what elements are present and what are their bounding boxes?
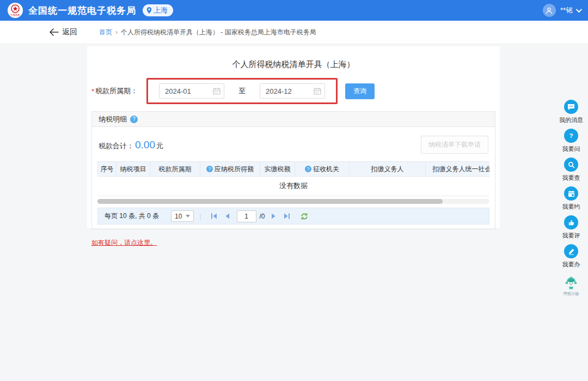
column-header: 实缴税额 <box>260 162 295 177</box>
period-label: 税款所属期： <box>95 86 138 96</box>
svg-text:?: ? <box>569 132 573 139</box>
total-label: 税款合计： <box>99 142 134 150</box>
prev-page-button[interactable] <box>225 213 230 219</box>
divider: | <box>199 213 201 220</box>
mascot-icon <box>564 276 579 291</box>
faq-help-link[interactable]: 如有疑问，请点这里。 <box>91 238 157 247</box>
sidebar-item-messages[interactable]: 我的消息 <box>559 100 583 124</box>
section-header: 纳税明细 <box>92 112 495 127</box>
help-icon[interactable] <box>206 166 213 172</box>
mascot-label: 申税小微 <box>562 291 580 297</box>
page-size-select[interactable]: 10 <box>171 210 194 222</box>
column-header: 扣缴义务人 <box>350 162 426 177</box>
column-header: 征收机关 <box>295 162 350 177</box>
sidebar-item-ask[interactable]: ? 我要问 <box>562 129 580 153</box>
next-page-button[interactable] <box>271 213 276 219</box>
breadcrumb-current: 个人所得税纳税清单开具（上海） - 国家税务总局上海市电子税务局 <box>121 28 316 37</box>
thumbs-up-icon <box>564 215 578 229</box>
user-avatar[interactable] <box>543 4 556 17</box>
tax-mascot[interactable]: 申税小微 <box>562 276 580 297</box>
scrollbar-thumb[interactable] <box>97 199 443 204</box>
breadcrumb-bar: 返回 首页 › 个人所得税纳税清单开具（上海） - 国家税务总局上海市电子税务局 <box>0 21 588 44</box>
back-button[interactable]: 返回 <box>49 27 77 37</box>
location-badge[interactable]: 上海 <box>143 4 173 16</box>
breadcrumb-home-link[interactable]: 首页 <box>99 28 112 37</box>
question-icon: ? <box>564 129 578 143</box>
caret-down-icon <box>186 215 190 217</box>
total-unit: 元 <box>156 142 163 150</box>
page-title: 个人所得税纳税清单开具（上海） <box>87 46 500 70</box>
breadcrumb-separator: › <box>115 28 118 36</box>
tax-logo-icon: 中国税务 <box>8 3 23 18</box>
floating-toolbar: 我的消息 ? 我要问 我要查 我要约 我要评 我要办 <box>555 100 587 297</box>
empty-data-message: 没有数据 <box>97 177 489 196</box>
back-label: 返回 <box>62 27 77 37</box>
total-row: 税款合计：0.00元 纳税清单下载申请 <box>99 136 488 154</box>
pagination-bar: 每页 10 条, 共 0 条 10 | /0 <box>97 208 489 225</box>
calendar-icon[interactable] <box>213 87 220 97</box>
main-panel: 个人所得税纳税清单开具（上海） * 税款所属期： 至 查询 纳税明细 <box>87 46 500 228</box>
app-header: 中国税务 全国统一规范电子税务局 上海 **铭 <box>0 0 588 21</box>
help-icon[interactable] <box>130 116 138 123</box>
column-header: 序号 <box>98 162 117 177</box>
column-header: 扣缴义务人统一社会信用码 <box>426 162 490 177</box>
breadcrumb: 首页 › 个人所得税纳税清单开具（上海） - 国家税务总局上海市电子税务局 <box>99 28 316 37</box>
horizontal-scrollbar[interactable] <box>97 199 489 204</box>
page-number-input[interactable] <box>237 210 256 222</box>
to-label: 至 <box>238 86 246 96</box>
period-highlight-box: 至 <box>146 78 338 104</box>
table-header-row: 序号 纳税项目 税款所属期 应纳税所得额 实缴税额 征收机关 扣缴义务人 扣缴义… <box>98 162 490 177</box>
sidebar-item-handle[interactable]: 我要办 <box>562 244 580 269</box>
sidebar-item-search[interactable]: 我要查 <box>562 158 580 182</box>
tax-detail-section: 纳税明细 税款合计：0.00元 纳税清单下载申请 序号 纳税项目 税款所属期 应… <box>91 111 495 229</box>
svg-text:中国税务: 中国税务 <box>10 14 21 17</box>
location-pin-icon <box>146 7 152 14</box>
sidebar-item-book[interactable]: 我要约 <box>562 186 580 211</box>
total-pages-label: /0 <box>260 213 265 220</box>
calendar-icon <box>564 186 578 201</box>
calendar-icon[interactable] <box>314 87 321 97</box>
pencil-icon <box>564 244 578 258</box>
period-form-row: * 税款所属期： 至 查询 <box>91 78 500 104</box>
pagination-summary: 每页 10 条, 共 0 条 <box>105 211 159 221</box>
column-header: 应纳税所得额 <box>200 162 260 177</box>
back-arrow-icon <box>49 28 59 36</box>
help-icon[interactable] <box>305 166 311 172</box>
tax-table: 序号 纳税项目 税款所属期 应纳税所得额 实缴税额 征收机关 扣缴义务人 扣缴义… <box>97 161 489 208</box>
app-title: 全国统一规范电子税务局 <box>28 4 136 17</box>
section-title: 纳税明细 <box>99 114 127 124</box>
sidebar-item-rate[interactable]: 我要评 <box>562 215 580 240</box>
search-icon <box>564 158 578 172</box>
refresh-icon[interactable] <box>301 213 308 220</box>
location-label: 上海 <box>154 5 168 15</box>
download-list-button[interactable]: 纳税清单下载申请 <box>421 136 488 154</box>
column-header: 纳税项目 <box>117 162 150 177</box>
first-page-button[interactable] <box>211 213 217 219</box>
total-amount: 0.00 <box>135 139 155 150</box>
last-page-button[interactable] <box>284 213 290 219</box>
message-icon <box>564 100 578 114</box>
user-name[interactable]: **铭 <box>560 5 573 15</box>
chevron-down-icon[interactable] <box>576 7 582 13</box>
query-button[interactable]: 查询 <box>345 83 375 99</box>
column-header: 税款所属期 <box>150 162 200 177</box>
required-mark: * <box>91 87 94 95</box>
